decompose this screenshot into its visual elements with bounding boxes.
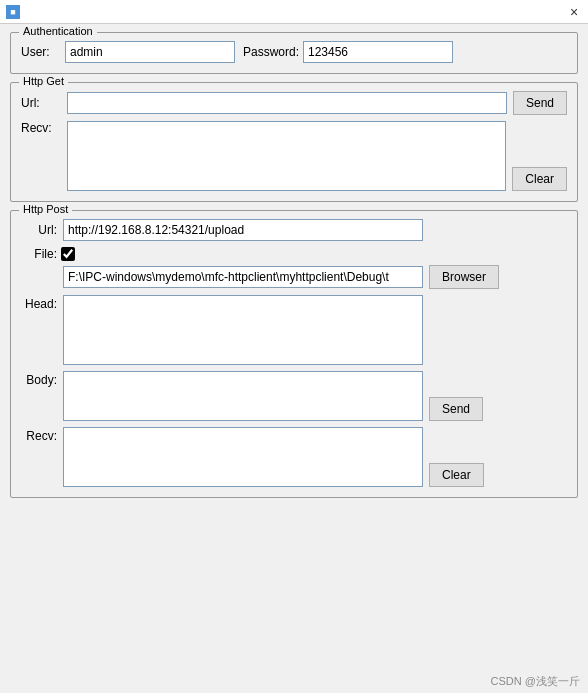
get-clear-button[interactable]: Clear [512,167,567,191]
main-content: Authentication User: Password: Http Get … [0,24,588,506]
post-head-textarea[interactable] [63,295,423,365]
get-send-button[interactable]: Send [513,91,567,115]
post-body-textarea[interactable] [63,371,423,421]
get-url-label: Url: [21,96,61,110]
post-url-label: Url: [21,223,57,237]
post-file-label: File: [21,247,57,261]
title-bar: ■ × [0,0,588,24]
post-file-checkbox[interactable] [61,247,75,261]
user-input[interactable] [65,41,235,63]
get-url-input[interactable] [67,92,507,114]
http-get-group-label: Http Get [19,75,68,87]
post-head-label: Head: [21,295,57,311]
user-label: User: [21,45,61,59]
post-body-label: Body: [21,371,57,387]
get-recv-textarea[interactable] [67,121,506,191]
get-recv-label: Recv: [21,121,61,135]
auth-group: Authentication User: Password: [10,32,578,74]
post-file-row: File: [21,247,567,261]
http-get-group: Http Get Url: Send Recv: Clear [10,82,578,202]
http-post-group-label: Http Post [19,203,72,215]
post-url-input[interactable] [63,219,423,241]
app-icon: ■ [6,5,20,19]
post-filepath-row: Browser [21,265,567,289]
post-filepath-input[interactable] [63,266,423,288]
post-recv-right-btns: Clear [429,427,484,487]
post-body-row: Body: Send [21,371,567,421]
watermark: CSDN @浅笑一斤 [491,674,580,689]
post-clear-button[interactable]: Clear [429,463,484,487]
title-bar-left: ■ [6,5,24,19]
post-body-right-btns: Send [429,371,483,421]
post-send-button[interactable]: Send [429,397,483,421]
auth-row: User: Password: [21,41,567,63]
get-recv-row: Recv: Clear [21,121,567,191]
post-url-row: Url: [21,219,567,241]
close-button[interactable]: × [566,4,582,20]
post-recv-label: Recv: [21,427,57,443]
http-post-group: Http Post Url: File: Browser Head: Body: [10,210,578,498]
auth-group-label: Authentication [19,25,97,37]
post-head-row: Head: [21,295,567,365]
post-recv-textarea[interactable] [63,427,423,487]
password-input[interactable] [303,41,453,63]
get-url-row: Url: Send [21,91,567,115]
password-label: Password: [239,45,299,59]
get-right-btns: Clear [512,121,567,191]
post-recv-row: Recv: Clear [21,427,567,487]
post-browser-button[interactable]: Browser [429,265,499,289]
